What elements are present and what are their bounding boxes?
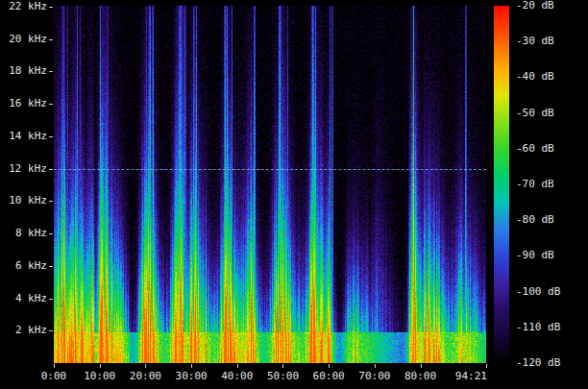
app-window: 2 kHz4 kHz6 kHz8 kHz10 kHz12 kHz14 kHz16… [0, 0, 588, 389]
time-tick-label: 70:00 [358, 371, 390, 382]
freq-tick [49, 169, 53, 170]
time-tick-label: 94:21 [455, 371, 487, 382]
freq-tick-label: 12 kHz [9, 163, 47, 175]
time-tick [329, 364, 330, 368]
db-tick-label: -60 dB [516, 143, 554, 155]
freq-tick [49, 201, 53, 202]
db-tick-label: -20 dB [516, 0, 554, 12]
time-tick-label: 60:00 [313, 371, 345, 382]
freq-tick-label: 18 kHz [9, 65, 47, 77]
time-tick-label: 30:00 [176, 371, 208, 382]
db-tick-label: -110 dB [516, 322, 560, 333]
time-tick [100, 364, 101, 368]
time-tick [486, 364, 487, 368]
colorbar-gradient [494, 6, 509, 363]
time-tick [54, 364, 55, 368]
time-tick [145, 364, 146, 368]
time-tick-label: 20:00 [130, 371, 161, 382]
db-tick-label: -100 dB [516, 286, 560, 298]
time-tick [282, 364, 283, 368]
freq-tick-label: 22 kHz [9, 1, 47, 12]
freq-tick-label: 8 kHz [15, 228, 47, 239]
freq-tick-label: 16 kHz [9, 98, 47, 109]
freq-tick-label: 14 kHz [9, 131, 47, 142]
time-tick [375, 364, 376, 368]
time-tick-label: 10:00 [84, 371, 115, 382]
freq-tick [49, 330, 53, 331]
db-tick-label: -30 dB [516, 36, 554, 47]
freq-tick-label: 2 kHz [15, 325, 47, 336]
db-tick-label: -120 dB [516, 357, 560, 369]
time-tick-label: 80:00 [404, 371, 436, 382]
freq-tick-label: 20 kHz [9, 34, 47, 45]
db-tick-label: -70 dB [516, 179, 554, 190]
db-tick-label: -90 dB [516, 250, 554, 261]
freq-tick-label: 10 kHz [9, 195, 47, 207]
db-tick-label: -40 dB [516, 71, 554, 83]
freq-tick [49, 136, 53, 137]
freq-tick [49, 71, 53, 72]
freq-tick-label: 4 kHz [15, 293, 47, 304]
time-tick-label: 40:00 [221, 371, 253, 382]
freq-tick [49, 104, 53, 105]
freq-tick [49, 7, 53, 8]
freq-tick [49, 299, 53, 300]
frequency-marker-line [54, 169, 486, 170]
time-tick [237, 364, 238, 368]
time-tick [191, 364, 192, 368]
db-tick-label: -50 dB [516, 108, 554, 119]
spectrogram-canvas [54, 6, 486, 363]
time-tick [421, 364, 422, 368]
freq-tick-label: 6 kHz [15, 260, 47, 272]
freq-tick [49, 233, 53, 234]
freq-tick [49, 39, 53, 40]
db-tick-label: -80 dB [516, 214, 554, 226]
freq-tick [49, 266, 53, 267]
time-tick-label: 50:00 [267, 371, 299, 382]
time-tick-label: 0:00 [41, 371, 67, 382]
